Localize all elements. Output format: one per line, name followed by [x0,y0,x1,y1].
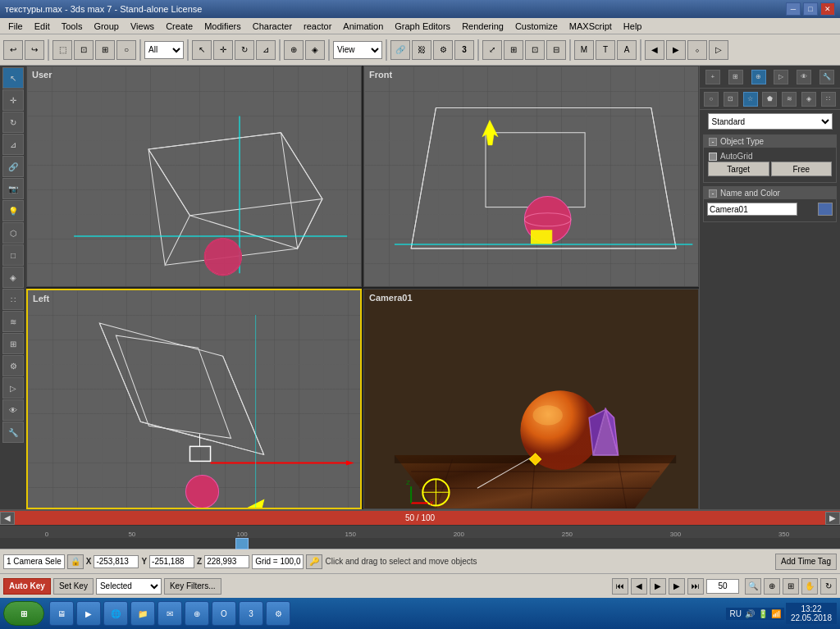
toolbar-open-schematic[interactable]: ⊟ [546,40,566,60]
menu-character[interactable]: Character [248,21,297,32]
menu-rendering[interactable]: Rendering [457,21,509,32]
z-input[interactable] [204,555,249,568]
panel-sub-icon-2[interactable]: ⊡ [724,92,738,107]
toolbar-cursor[interactable]: ↖ [192,40,212,60]
standard-dropdown[interactable]: Standard Extended Primitives Compound [708,113,833,130]
toolbar-array[interactable]: ⊞ [504,40,523,60]
menu-views[interactable]: Views [126,21,159,32]
object-type-collapse[interactable]: - [709,138,717,146]
tool-helpers[interactable]: ◈ [2,267,24,288]
view-mode-dropdown[interactable]: View Screen Local World [333,41,382,59]
start-button[interactable]: ⊞ [3,601,44,626]
go-start-button[interactable]: ⏮ [612,578,628,595]
maximize-button[interactable]: □ [803,2,818,16]
free-button[interactable]: Free [771,162,833,176]
viewport-camera[interactable]: Camera01 [363,289,699,510]
menu-create[interactable]: Create [161,21,198,32]
y-input[interactable] [149,555,194,568]
toolbar-key[interactable]: ⬦ [687,40,707,60]
tool-camera[interactable]: 📷 [2,178,24,199]
orbit-button[interactable]: ↻ [820,578,837,595]
track-nav-left[interactable]: ◀ [0,512,15,525]
toolbar-select2[interactable]: ⊡ [74,40,94,60]
menu-tools[interactable]: Tools [57,21,88,32]
menu-graph-editors[interactable]: Graph Editors [390,21,455,32]
prev-frame-button[interactable]: ◀ [631,578,647,595]
panel-sub-icon-3[interactable]: ☆ [743,92,758,107]
menu-file[interactable]: File [3,21,28,32]
toolbar-scale[interactable]: ⊿ [256,40,276,60]
name-color-collapse[interactable]: - [709,189,717,198]
toolbar-lasso[interactable]: ○ [116,40,136,60]
panel-create-icon[interactable]: + [705,70,720,84]
menu-animation[interactable]: Animation [338,21,388,32]
taskbar-icon-3dsmax[interactable]: 3 [239,601,263,626]
scrubber-handle[interactable] [235,538,249,549]
panel-motion-icon[interactable]: ▷ [774,70,788,84]
color-swatch[interactable] [818,203,833,216]
toolbar-move[interactable]: ✛ [213,40,233,60]
toolbar-material[interactable]: M [574,40,594,60]
tool-select[interactable]: ↖ [2,67,24,89]
toolbar-select3[interactable]: ⊞ [95,40,115,60]
auto-key-button[interactable]: Auto Key [3,578,51,595]
lock-icon[interactable]: 🔒 [67,554,84,569]
menu-help[interactable]: Help [619,21,647,32]
tool-hierarchy[interactable]: ⚙ [2,355,24,376]
go-end-button[interactable]: ⏭ [687,578,704,595]
toolbar-group2[interactable]: ⊡ [525,40,545,60]
taskbar-icon-media[interactable]: ▶ [76,601,101,626]
menu-reactor[interactable]: reactor [299,21,336,32]
close-button[interactable]: ✕ [820,2,835,16]
panel-sub-icon-1[interactable]: ○ [704,92,719,107]
tool-modifiers[interactable]: ⊞ [2,333,24,354]
autogrid-checkbox[interactable] [709,153,717,161]
taskbar-icon-mail[interactable]: ✉ [158,601,182,626]
panel-sub-icon-5[interactable]: ≋ [782,92,797,107]
toolbar-3d[interactable]: 3 [454,40,474,60]
next-frame-button[interactable]: ▶ [669,578,685,595]
panel-sub-icon-4[interactable]: ⬟ [762,92,777,107]
timeline-scrubber[interactable] [0,538,840,549]
toolbar-play[interactable]: ▷ [709,40,728,60]
tool-shape[interactable]: □ [2,244,24,266]
toolbar-next[interactable]: ▶ [666,40,686,60]
menu-group[interactable]: Group [89,21,124,32]
menu-maxscript[interactable]: MAXScript [564,21,617,32]
timeline-ruler[interactable]: 0 50 100 150 200 250 300 350 [0,525,840,537]
play-button[interactable]: ▶ [650,578,666,595]
select-filter-dropdown[interactable]: All None Invert [144,41,184,59]
add-time-tag-button[interactable]: Add Time Tag [775,554,837,570]
toolbar-unlink[interactable]: ⛓ [412,40,431,60]
tool-light[interactable]: 💡 [2,200,24,221]
x-input[interactable] [94,555,139,568]
tool-utilities[interactable]: 🔧 [2,422,24,443]
toolbar-mirror[interactable]: ⤢ [482,40,502,60]
tool-link[interactable]: 🔗 [2,156,24,177]
tool-move[interactable]: ✛ [2,89,24,111]
panel-hierarchy-icon[interactable]: ⊕ [751,70,766,84]
tool-scale[interactable]: ⊿ [2,134,24,155]
key-filters-button[interactable]: Key Filters... [164,578,221,595]
target-button[interactable]: Target [708,162,769,176]
menu-edit[interactable]: Edit [30,21,55,32]
taskbar-icon-settings[interactable]: ⚙ [266,601,290,626]
panel-modify-icon[interactable]: ⊞ [728,70,743,84]
toolbar-snap[interactable]: ◈ [305,40,325,60]
camera-name-input[interactable] [707,203,797,216]
taskbar-icon-ie[interactable]: 🌐 [103,601,128,626]
panel-display-icon[interactable]: 👁 [797,70,811,84]
toolbar-redo[interactable]: ↪ [25,40,44,60]
taskbar-icon-chrome[interactable]: ⊕ [185,601,209,626]
toolbar-undo[interactable]: ↩ [3,40,23,60]
toolbar-select[interactable]: ⬚ [52,40,72,60]
tool-motion[interactable]: ▷ [2,377,24,399]
panel-sub-icon-7[interactable]: ∷ [821,92,836,107]
tool-display[interactable]: 👁 [2,399,24,421]
zoom-in-button[interactable]: ⊕ [764,578,780,595]
tool-space-warps[interactable]: ≋ [2,311,24,332]
zoom-out-button[interactable]: 🔍 [745,578,761,595]
set-key-button[interactable]: Set Key [53,578,94,595]
toolbar-transform[interactable]: ⊕ [284,40,304,60]
tool-rotate[interactable]: ↻ [2,112,24,133]
